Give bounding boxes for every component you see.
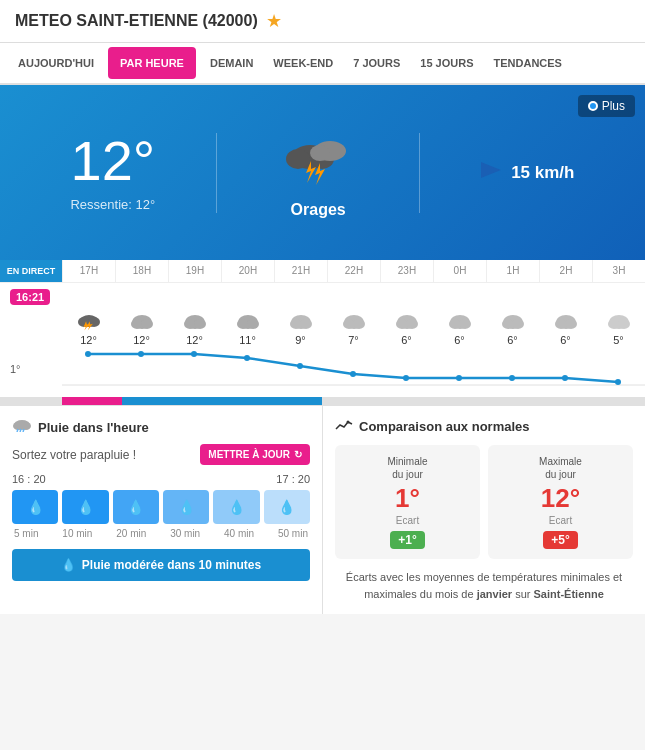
rain-summary-button[interactable]: 💧 Pluie modérée dans 10 minutes bbox=[12, 549, 310, 581]
wind-speed: 15 km/h bbox=[511, 163, 574, 183]
svg-marker-7 bbox=[481, 162, 501, 178]
comparison-description: Écarts avec les moyennes de températures… bbox=[335, 569, 633, 602]
svg-point-33 bbox=[459, 319, 471, 329]
svg-point-44 bbox=[85, 351, 91, 357]
current-time-badge: 16:21 bbox=[10, 289, 50, 305]
svg-point-61 bbox=[347, 421, 350, 424]
weather-main-panel: Plus 12° Ressentie: 12° Orages bbox=[0, 85, 645, 260]
main-temperature: 12° bbox=[70, 133, 155, 189]
page-title: METEO SAINT-ETIENNE (42000) bbox=[15, 12, 258, 30]
temperature-curve bbox=[62, 346, 645, 386]
timeline-icons-area: 16:21 12° 12° 12° bbox=[0, 283, 645, 393]
rain-bar-active-pink bbox=[62, 397, 122, 405]
icon-item-23: 6° bbox=[380, 311, 433, 346]
svg-point-49 bbox=[350, 371, 356, 377]
svg-point-30 bbox=[406, 319, 418, 329]
svg-point-36 bbox=[512, 319, 524, 329]
temp-21: 9° bbox=[295, 334, 306, 346]
condition-label: Orages bbox=[291, 201, 346, 219]
max-ecart-label: Ecart bbox=[498, 515, 623, 526]
temp-17: 12° bbox=[80, 334, 97, 346]
en-direct-label: EN DIRECT bbox=[0, 260, 62, 282]
v-divider-2 bbox=[419, 133, 420, 213]
tab-weekend[interactable]: WEEK-END bbox=[263, 47, 343, 79]
rain-minutes-row: 5 min 10 min 20 min 30 min 40 min 50 min bbox=[12, 528, 310, 539]
svg-point-52 bbox=[509, 375, 515, 381]
rain-bar-inactive bbox=[322, 397, 645, 405]
timeline-hour-23: 23H bbox=[380, 260, 433, 282]
low-temp-label: 1° bbox=[10, 363, 21, 375]
rain-cell-2: 💧 bbox=[62, 490, 108, 524]
svg-point-45 bbox=[138, 351, 144, 357]
temp-2: 6° bbox=[560, 334, 571, 346]
rain-progress-bar bbox=[0, 397, 645, 405]
feels-like: Ressentie: 12° bbox=[70, 197, 155, 212]
temp-0: 6° bbox=[454, 334, 465, 346]
timeline-hour-21: 21H bbox=[274, 260, 327, 282]
min-label: Minimaledu jour bbox=[345, 455, 470, 481]
rain-cell-6: 💧 bbox=[264, 490, 310, 524]
favorite-star-icon[interactable]: ★ bbox=[266, 10, 282, 32]
icon-item-17: 12° bbox=[62, 311, 115, 346]
wind-arrow-icon bbox=[481, 160, 501, 186]
timeline-hour-19: 19H bbox=[168, 260, 221, 282]
tab-aujourdhui[interactable]: AUJOURD'HUI bbox=[8, 47, 104, 79]
tab-7jours[interactable]: 7 JOURS bbox=[343, 47, 410, 79]
min-ecart-badge: +1° bbox=[390, 531, 424, 549]
timeline-hours-row: 17H 18H 19H 20H 21H 22H 23H 0H 1H 2H 3H bbox=[62, 260, 645, 282]
tab-demain[interactable]: DEMAIN bbox=[200, 47, 263, 79]
max-temp-card: Maximaledu jour 12° Ecart +5° bbox=[488, 445, 633, 559]
svg-point-47 bbox=[244, 355, 250, 361]
timeline-hour-17: 17H bbox=[62, 260, 115, 282]
comparison-title: Comparaison aux normales bbox=[335, 418, 633, 435]
min-temp-value: 1° bbox=[345, 485, 470, 511]
min-5: 5 min bbox=[14, 528, 38, 539]
tab-15jours[interactable]: 15 JOURS bbox=[410, 47, 483, 79]
max-ecart-badge: +5° bbox=[543, 531, 577, 549]
min-40: 40 min bbox=[224, 528, 254, 539]
update-button[interactable]: METTRE À JOUR ↻ bbox=[200, 444, 310, 465]
svg-point-42 bbox=[618, 319, 630, 329]
svg-point-54 bbox=[615, 379, 621, 385]
refresh-icon: ↻ bbox=[294, 449, 302, 460]
svg-point-39 bbox=[565, 319, 577, 329]
storm-icon bbox=[278, 127, 358, 195]
min-10: 10 min bbox=[62, 528, 92, 539]
rain-cell-3: 💧 bbox=[113, 490, 159, 524]
timeline-header-row: EN DIRECT 17H 18H 19H 20H 21H 22H 23H 0H… bbox=[0, 260, 645, 283]
icon-item-0: 6° bbox=[433, 311, 486, 346]
svg-point-48 bbox=[297, 363, 303, 369]
icon-item-21: 9° bbox=[274, 311, 327, 346]
time-from: 16 : 20 bbox=[12, 473, 46, 485]
timeline-hour-2: 2H bbox=[539, 260, 592, 282]
condition-section: Orages bbox=[278, 127, 358, 219]
temperature-section: 12° Ressentie: 12° bbox=[70, 133, 155, 212]
max-temp-value: 12° bbox=[498, 485, 623, 511]
min-30: 30 min bbox=[170, 528, 200, 539]
temp-23: 6° bbox=[401, 334, 412, 346]
temp-1: 6° bbox=[507, 334, 518, 346]
weather-icons-timeline: 12° 12° 12° 11° 9° 7° bbox=[0, 311, 645, 346]
icon-item-22: 7° bbox=[327, 311, 380, 346]
temp-3: 5° bbox=[613, 334, 624, 346]
svg-point-18 bbox=[194, 319, 206, 329]
rain-time-range: 16 : 20 17 : 20 bbox=[12, 473, 310, 485]
min-ecart-label: Ecart bbox=[345, 515, 470, 526]
svg-line-60 bbox=[23, 429, 24, 432]
temp-22: 7° bbox=[348, 334, 359, 346]
svg-point-4 bbox=[310, 145, 330, 161]
max-label: Maximaledu jour bbox=[498, 455, 623, 481]
bottom-section: Pluie dans l'heure Sortez votre paraplui… bbox=[0, 406, 645, 614]
plus-button[interactable]: Plus bbox=[578, 95, 635, 117]
header: METEO SAINT-ETIENNE (42000) ★ bbox=[0, 0, 645, 43]
tab-par-heure[interactable]: PAR HEURE bbox=[108, 47, 196, 79]
svg-line-58 bbox=[17, 429, 18, 432]
rain-cell-1: 💧 bbox=[12, 490, 58, 524]
icon-item-1: 6° bbox=[486, 311, 539, 346]
temp-18: 12° bbox=[133, 334, 150, 346]
timeline-hour-0: 0H bbox=[433, 260, 486, 282]
rain-drops-row: 💧 💧 💧 💧 💧 💧 bbox=[12, 490, 310, 524]
tab-tendances[interactable]: TENDANCES bbox=[484, 47, 572, 79]
rain-cell-4: 💧 bbox=[163, 490, 209, 524]
svg-point-21 bbox=[247, 319, 259, 329]
